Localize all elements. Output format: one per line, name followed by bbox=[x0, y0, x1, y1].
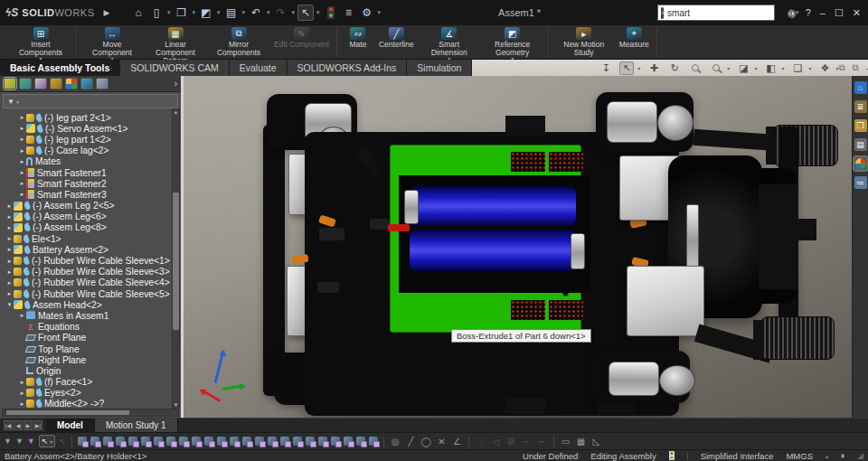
zoom-to-area-dropdown-icon[interactable]: ▾ bbox=[727, 65, 730, 71]
selection-filter-icon[interactable] bbox=[331, 437, 340, 446]
selection-filter-icon[interactable] bbox=[141, 437, 150, 446]
view-palette-icon[interactable]: ▤ bbox=[854, 138, 867, 151]
tab-motion-study[interactable]: Motion Study 1 bbox=[95, 419, 178, 432]
select-dropdown-icon[interactable]: ▾ bbox=[316, 9, 320, 16]
tree-item[interactable]: ▸(-) leg part 2<1> bbox=[0, 112, 181, 123]
selection-filter-icon[interactable] bbox=[242, 437, 251, 446]
pcb-pin-header[interactable] bbox=[549, 152, 583, 172]
robot-wheel-hub-bottom-right[interactable] bbox=[609, 362, 659, 396]
view-orientation-icon[interactable]: ❖ bbox=[817, 61, 832, 75]
sketch-tool-icon[interactable]: ◯ bbox=[420, 437, 432, 447]
search-icon[interactable] bbox=[790, 9, 792, 16]
hide-show-items-dropdown-icon[interactable]: ▾ bbox=[808, 65, 811, 71]
tree-item[interactable]: ▸(-) Rubber Wire Cable Sleeve<4> bbox=[0, 278, 181, 288]
robot-wheel-hub-top-right[interactable] bbox=[607, 101, 657, 143]
cam-feature-tree-tab[interactable] bbox=[80, 78, 93, 89]
command-tab-evaluate[interactable]: Evaluate bbox=[230, 60, 288, 76]
graphics-area[interactable]: Boss-Extrude1 of Part 6 down<1> bbox=[184, 76, 852, 418]
file-explorer-icon[interactable]: ❒ bbox=[854, 119, 867, 132]
selection-filter-icon[interactable] bbox=[318, 437, 327, 446]
tree-expand-arrow-icon[interactable]: ▸ bbox=[5, 235, 14, 242]
red-wire[interactable] bbox=[388, 224, 410, 231]
design-library-icon[interactable]: ≣ bbox=[854, 100, 867, 113]
solidworks-resources-icon[interactable]: ⌂ bbox=[854, 81, 867, 94]
sketch-tool-icon[interactable]: ╱ bbox=[405, 437, 417, 447]
propertymanager-tab[interactable] bbox=[19, 78, 32, 89]
mirror-components-button[interactable]: ⧉Mirror Components bbox=[207, 26, 270, 57]
selection-filter-icon[interactable] bbox=[344, 437, 353, 446]
help-icon[interactable]: ? bbox=[806, 7, 811, 18]
tree-expand-arrow-icon[interactable]: ▸ bbox=[18, 125, 26, 132]
tree-item[interactable]: ΣEquations bbox=[0, 322, 181, 333]
status-interface-mode[interactable]: Simplified Interface bbox=[701, 451, 774, 461]
select-dropdown-icon[interactable]: ▾ bbox=[637, 65, 640, 71]
search-box[interactable]: › ▾ bbox=[657, 5, 775, 21]
tree-item[interactable]: ▸(-) Rubber Wire Cable Sleeve<3> bbox=[0, 267, 181, 278]
filter-flat-tree-icon[interactable]: ▼ bbox=[27, 437, 35, 446]
grid-tool-icon[interactable]: ▦ bbox=[575, 437, 587, 447]
selection-filter-icon[interactable] bbox=[179, 437, 188, 446]
command-tab-solidworks-add-ins[interactable]: SOLIDWORKS Add-Ins bbox=[288, 60, 408, 76]
minimize-icon[interactable]: – bbox=[820, 7, 826, 18]
print-dropdown-icon[interactable]: ▾ bbox=[242, 9, 246, 16]
rotate-view-icon[interactable]: ↻ bbox=[667, 61, 682, 75]
select-dropdown-icon[interactable]: ▾ bbox=[50, 438, 52, 445]
mate-button[interactable]: ∾Mate bbox=[341, 26, 375, 49]
move-component-button[interactable]: ↔Move Component▾ bbox=[80, 26, 144, 61]
selection-filter-icon[interactable] bbox=[192, 437, 201, 446]
last-tab-icon[interactable]: ▶| bbox=[33, 420, 42, 430]
tree-item[interactable]: Front Plane bbox=[0, 333, 181, 343]
options-icon[interactable]: ⚙ bbox=[359, 5, 375, 21]
tree-item[interactable]: ▸(-) Rubber Wire Cable Sleeve<5> bbox=[0, 288, 181, 299]
tree-expand-arrow-icon[interactable]: ▸ bbox=[18, 169, 26, 176]
smart-dimension-button[interactable]: ∡Smart Dimension▾ bbox=[418, 26, 481, 61]
next-tab-icon[interactable]: ▶ bbox=[24, 420, 33, 430]
selection-filter-icon[interactable] bbox=[103, 437, 112, 446]
home-icon[interactable]: ⌂ bbox=[130, 5, 146, 21]
centerline-button[interactable]: ╱Centerline bbox=[375, 26, 418, 49]
tree-item[interactable]: ▸Mates bbox=[0, 156, 181, 167]
menu-expand-arrow-icon[interactable]: ▶ bbox=[104, 8, 110, 17]
displaymanager-tab[interactable] bbox=[65, 78, 78, 89]
tree-expand-arrow-icon[interactable]: ▸ bbox=[5, 290, 14, 297]
tree-item[interactable]: ▸Middle<2> ->? bbox=[0, 399, 181, 409]
tree-expand-arrow-icon[interactable]: ▸ bbox=[18, 136, 26, 143]
tag-icon[interactable]: ⬧ bbox=[841, 451, 844, 461]
display-style-dropdown-icon[interactable]: ▾ bbox=[781, 65, 784, 71]
search-commands-icon[interactable]: › bbox=[661, 7, 664, 19]
selection-filter-icon[interactable] bbox=[356, 437, 365, 446]
selection-filter-icon[interactable] bbox=[255, 437, 264, 446]
first-tab-icon[interactable]: |◀ bbox=[4, 420, 13, 430]
tree-filter-box[interactable]: ▼ ▾ bbox=[3, 94, 178, 108]
custom-properties-icon[interactable]: ≔ bbox=[854, 176, 867, 189]
tree-expand-arrow-icon[interactable]: ▸ bbox=[18, 114, 26, 121]
selection-filter-icon[interactable] bbox=[90, 437, 99, 446]
battery-bottom[interactable] bbox=[410, 230, 576, 271]
tree-item[interactable]: ▸Smart Fastener3 bbox=[0, 189, 181, 200]
tree-item[interactable]: Origin bbox=[0, 365, 181, 376]
sketch-tool-icon[interactable]: ✕ bbox=[436, 437, 448, 447]
selection-filter-icon[interactable] bbox=[204, 437, 213, 446]
selection-filter-icon[interactable] bbox=[128, 437, 137, 446]
grid-tool-icon[interactable]: ▭ bbox=[560, 437, 571, 447]
section-view-icon[interactable]: ◪ bbox=[736, 61, 750, 75]
tree-expand-arrow-icon[interactable]: ▸ bbox=[5, 224, 14, 231]
open-icon[interactable]: ❒ bbox=[174, 5, 190, 21]
sketch-tool-icon[interactable]: ◎ bbox=[390, 437, 401, 447]
selection-filter-icon[interactable] bbox=[217, 437, 226, 446]
expand-tabs-arrow-icon[interactable]: › bbox=[175, 79, 177, 89]
pcb-pin-header[interactable] bbox=[549, 300, 583, 320]
tree-item[interactable]: ▸Eyes<2> bbox=[0, 388, 181, 399]
scroll-thumb[interactable] bbox=[6, 410, 129, 415]
tree-item[interactable]: ▸(-) Rubber Wire Cable Sleeve<1> bbox=[0, 255, 181, 266]
status-units[interactable]: MMGS bbox=[786, 451, 813, 461]
redo-dropdown-icon[interactable]: ▾ bbox=[292, 9, 296, 16]
tree-expand-arrow-icon[interactable]: ▸ bbox=[18, 158, 26, 165]
selection-filter-icon[interactable] bbox=[280, 437, 289, 446]
rebuild-icon[interactable] bbox=[323, 5, 339, 21]
tree-expand-arrow-icon[interactable]: ▾ bbox=[5, 301, 14, 308]
tree-expand-arrow-icon[interactable]: ▸ bbox=[18, 379, 26, 386]
zoom-to-fit-icon[interactable]: ↧ bbox=[599, 61, 613, 75]
tree-item[interactable]: ▸(-) Assem Leg 2<5> bbox=[0, 201, 181, 212]
prev-tab-icon[interactable]: ◀ bbox=[14, 420, 23, 430]
